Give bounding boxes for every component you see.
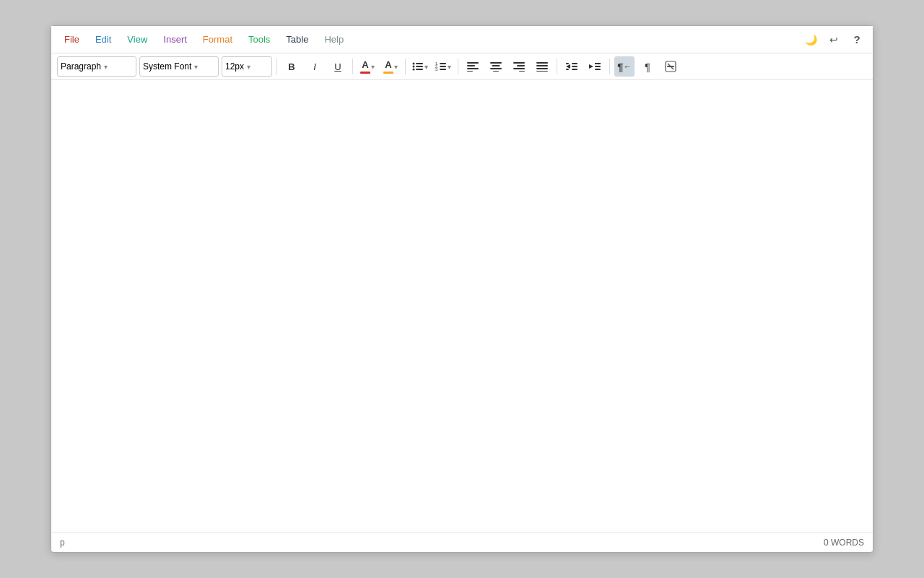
- svg-rect-30: [572, 66, 578, 67]
- sep-1: [276, 59, 277, 74]
- menu-help[interactable]: Help: [317, 31, 351, 48]
- highlight-wrap: A: [383, 59, 393, 74]
- font-family-value: System Font: [143, 61, 191, 72]
- ordered-list-arrow[interactable]: ▾: [448, 63, 451, 71]
- svg-rect-23: [519, 71, 525, 72]
- highlight-label: A: [385, 59, 391, 70]
- outdent-button[interactable]: [562, 56, 582, 77]
- highlight-color-button[interactable]: A ▾: [380, 56, 401, 77]
- align-center-icon: [490, 61, 502, 72]
- help-button[interactable]: ?: [847, 30, 867, 50]
- rtl-icon: ¶: [617, 61, 623, 73]
- clear-format-icon: [665, 61, 676, 72]
- svg-rect-1: [416, 63, 423, 64]
- italic-button[interactable]: I: [305, 56, 325, 77]
- svg-rect-27: [536, 71, 548, 72]
- svg-rect-9: [440, 66, 446, 67]
- align-right-icon: [513, 61, 525, 72]
- menu-bar: File Edit View Insert Format Tools Table…: [51, 26, 873, 53]
- unordered-list-button[interactable]: ▾: [410, 56, 430, 77]
- font-size-select[interactable]: 12px ▾: [222, 56, 272, 77]
- sep-2: [352, 59, 353, 74]
- unordered-list-arrow[interactable]: ▾: [424, 63, 428, 71]
- status-bar: p 0 WORDS: [51, 532, 873, 552]
- font-size-value: 12px: [225, 61, 244, 72]
- font-size-arrow: ▾: [247, 63, 250, 71]
- svg-rect-13: [467, 65, 475, 66]
- sep-5: [557, 59, 557, 74]
- ordered-list-button[interactable]: 1. 2. 3. ▾: [433, 56, 453, 77]
- bold-button[interactable]: B: [282, 56, 302, 77]
- font-family-select[interactable]: System Font ▾: [139, 56, 219, 77]
- svg-rect-19: [493, 71, 499, 72]
- menu-edit[interactable]: Edit: [88, 31, 118, 48]
- align-justify-button[interactable]: [532, 56, 552, 77]
- menu-view[interactable]: View: [120, 31, 154, 48]
- svg-rect-33: [566, 69, 569, 70]
- status-left: p: [60, 538, 65, 548]
- svg-rect-21: [517, 65, 525, 66]
- svg-rect-14: [467, 68, 479, 69]
- svg-rect-12: [467, 62, 479, 64]
- align-right-button[interactable]: [509, 56, 529, 77]
- menu-file[interactable]: File: [57, 31, 87, 48]
- svg-rect-16: [490, 62, 502, 64]
- svg-rect-29: [572, 63, 578, 64]
- align-justify-icon: [536, 61, 548, 72]
- svg-rect-41: [667, 66, 674, 67]
- svg-rect-3: [416, 66, 423, 67]
- clear-format-button[interactable]: [661, 56, 681, 77]
- svg-marker-28: [566, 64, 570, 69]
- svg-marker-34: [589, 64, 593, 69]
- app-window: File Edit View Insert Format Tools Table…: [51, 25, 873, 553]
- font-color-button[interactable]: A ▾: [357, 56, 378, 77]
- sep-6: [609, 59, 610, 74]
- svg-point-0: [413, 63, 415, 65]
- svg-rect-32: [566, 63, 569, 64]
- undo-button[interactable]: ↩: [824, 30, 844, 50]
- pilcrow-icon: ¶: [645, 61, 650, 73]
- menu-tools[interactable]: Tools: [241, 31, 277, 48]
- highlight-color-indicator: [383, 72, 393, 74]
- toolbar: Paragraph ▾ System Font ▾ 12px ▾ B I U A…: [51, 53, 873, 80]
- ordered-list-icon: 1. 2. 3.: [435, 61, 447, 72]
- sep-3: [405, 59, 406, 74]
- svg-rect-15: [467, 71, 473, 72]
- outdent-icon: [566, 61, 578, 72]
- dark-mode-button[interactable]: 🌙: [801, 30, 821, 50]
- align-center-button[interactable]: [486, 56, 506, 77]
- word-count: 0 WORDS: [824, 538, 864, 548]
- svg-rect-36: [595, 66, 601, 67]
- rtl-button[interactable]: ¶←: [614, 56, 635, 77]
- menu-right: 🌙 ↩ ?: [801, 30, 867, 50]
- svg-rect-25: [536, 65, 548, 66]
- underline-button[interactable]: U: [328, 56, 348, 77]
- align-left-button[interactable]: [463, 56, 483, 77]
- svg-rect-18: [490, 68, 502, 69]
- svg-rect-26: [536, 68, 548, 69]
- paragraph-style-arrow: ▾: [104, 63, 108, 71]
- paragraph-style-select[interactable]: Paragraph ▾: [57, 56, 136, 77]
- svg-rect-17: [492, 65, 500, 66]
- pilcrow-button[interactable]: ¶: [637, 56, 658, 77]
- menu-table[interactable]: Table: [279, 31, 315, 48]
- font-family-arrow: ▾: [194, 63, 198, 71]
- svg-rect-31: [572, 69, 578, 70]
- menu-insert[interactable]: Insert: [156, 31, 194, 48]
- rtl-arrow-icon: ←: [624, 62, 632, 71]
- font-color-indicator: [360, 72, 370, 74]
- highlight-arrow[interactable]: ▾: [394, 63, 398, 71]
- svg-rect-22: [513, 68, 525, 69]
- svg-rect-20: [513, 62, 525, 64]
- unordered-list-icon: [412, 61, 424, 72]
- font-color-arrow[interactable]: ▾: [371, 63, 375, 71]
- editor-content[interactable]: [51, 80, 873, 532]
- menu-format[interactable]: Format: [196, 31, 240, 48]
- svg-rect-11: [440, 69, 446, 70]
- font-color-wrap: A: [360, 59, 370, 74]
- svg-rect-24: [536, 62, 548, 64]
- font-color-label: A: [362, 59, 368, 70]
- indent-button[interactable]: [585, 56, 605, 77]
- svg-point-4: [413, 69, 415, 71]
- svg-text:3.: 3.: [435, 67, 438, 72]
